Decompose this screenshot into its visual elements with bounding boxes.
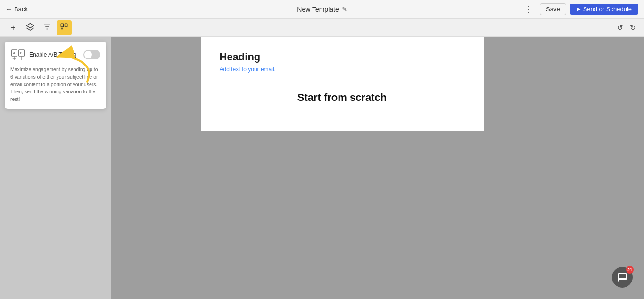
ab-test-panel-icon: A B [10, 47, 25, 62]
toolbar: + [0, 19, 644, 37]
undo-button[interactable]: ↺ [615, 22, 626, 33]
filter-icon [43, 23, 51, 33]
email-canvas: Heading Add text to your email. Start fr… [201, 37, 484, 131]
ab-test-tool-button[interactable] [57, 20, 72, 35]
ab-test-toggle[interactable] [83, 50, 100, 59]
chat-badge: 21 [626, 266, 634, 274]
header-left: ← Back [6, 6, 28, 13]
redo-icon: ↻ [630, 24, 636, 32]
header-center: New Template ✎ [297, 6, 347, 13]
chat-button[interactable]: 21 [612, 267, 633, 288]
back-button[interactable]: ← Back [6, 6, 28, 13]
header-right: ⋮ Save ▶ Send or Schedule [522, 3, 638, 16]
svg-rect-4 [61, 24, 63, 27]
edit-title-icon[interactable]: ✎ [342, 6, 347, 13]
filter-tool-button[interactable] [40, 20, 55, 35]
ab-popup-header: A B Enable A/B Testing [10, 47, 100, 62]
svg-rect-5 [65, 24, 67, 27]
toolbar-left: + [6, 20, 72, 35]
layers-tool-button[interactable] [23, 20, 38, 35]
ab-test-description: Maximize engagement by sending up to 6 v… [10, 66, 100, 103]
header: ← Back New Template ✎ ⋮ Save ▶ Send or S… [0, 0, 644, 19]
send-icon: ▶ [577, 6, 580, 12]
toolbar-right: ↺ ↻ [615, 22, 638, 33]
back-arrow-icon: ← [6, 6, 12, 13]
svg-text:B: B [20, 51, 23, 55]
save-button[interactable]: Save [540, 3, 566, 15]
right-panel [573, 37, 644, 299]
chat-icon [617, 272, 627, 282]
canvas-area: Heading Add text to your email. Start fr… [111, 37, 573, 299]
more-options-button[interactable]: ⋮ [522, 3, 536, 16]
undo-icon: ↺ [617, 24, 623, 32]
layers-icon [26, 23, 34, 33]
email-subtext[interactable]: Add text to your email. [220, 66, 465, 73]
redo-button[interactable]: ↻ [627, 22, 638, 33]
add-icon: + [11, 24, 15, 32]
email-heading: Heading [220, 51, 465, 63]
ab-test-label: Enable A/B Testing [29, 51, 80, 58]
toggle-knob [84, 51, 92, 58]
back-label: Back [14, 6, 28, 13]
left-panel: A B Enable A/B Testing Maximize engageme… [0, 37, 111, 299]
email-body-start-from-scratch: Start from scratch [220, 91, 465, 104]
svg-marker-0 [27, 23, 34, 28]
svg-text:A: A [13, 51, 16, 55]
add-tool-button[interactable]: + [6, 20, 21, 35]
ab-test-icon [60, 23, 68, 33]
ab-testing-panel: A B Enable A/B Testing Maximize engageme… [5, 42, 106, 109]
page-title: New Template [297, 6, 339, 13]
send-or-schedule-button[interactable]: ▶ Send or Schedule [570, 4, 638, 15]
send-label: Send or Schedule [583, 6, 632, 13]
main-content: A B Enable A/B Testing Maximize engageme… [0, 37, 644, 299]
